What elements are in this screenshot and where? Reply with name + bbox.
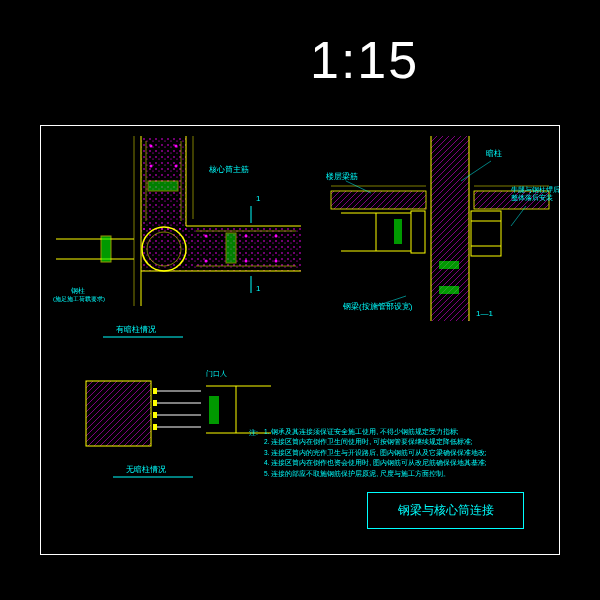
label-steel-beam: 钢梁(按施管部设宽) <box>343 301 412 312</box>
svg-rect-51 <box>439 286 459 294</box>
section-marker-top: 1 <box>256 194 260 203</box>
svg-rect-45 <box>411 211 425 253</box>
title-underline <box>113 476 193 478</box>
label-floor-beam: 楼层梁筋 <box>326 171 358 182</box>
svg-point-27 <box>275 235 278 238</box>
svg-point-25 <box>245 235 248 238</box>
svg-rect-38 <box>331 191 426 209</box>
svg-point-20 <box>175 145 178 148</box>
svg-point-23 <box>205 235 208 238</box>
notes-heading: 注: <box>249 427 258 438</box>
label-connection: 牛腿与钢柱焊后整体落后安装 <box>511 186 560 203</box>
note-4: 4. 连接区筒内在倒作也资会使用时, 图内钢筋可从改尼筋确保保地其基准; <box>264 458 524 468</box>
scale-ratio: 1:15 <box>310 30 419 90</box>
drawing-title-box: 钢梁与核心筒连接 <box>367 492 524 529</box>
section-view: 1—1 <box>316 131 556 326</box>
note-2: 2. 连接区筒内在倒作卫生间使用时, 可按钢管要保继续规定降低标准; <box>264 437 524 447</box>
svg-rect-65 <box>209 396 219 424</box>
label-core-wall: 核心筒主筋 <box>209 164 249 175</box>
svg-rect-49 <box>394 219 402 244</box>
label-embeds: 暗柱 <box>486 148 502 159</box>
svg-point-28 <box>275 260 278 263</box>
svg-rect-66 <box>153 388 157 394</box>
plan-view-no-column <box>71 361 281 471</box>
section-marker-bottom: 1 <box>256 284 260 293</box>
svg-rect-68 <box>153 412 157 418</box>
svg-rect-50 <box>439 261 459 269</box>
svg-rect-57 <box>86 381 151 446</box>
drawing-notes: 注: 1. 钢承及其连接须保证安全施工使用, 不得少钢筋规定受力指标; 2. 连… <box>264 427 524 479</box>
svg-rect-18 <box>226 233 236 263</box>
svg-rect-4 <box>141 226 301 271</box>
note-5: 5. 连接的部应不取施钢筋保护层原泥, 尺度与施工方面控制。 <box>264 469 524 479</box>
label-plan-title: 有暗柱情况 <box>116 324 156 335</box>
svg-text:1—1: 1—1 <box>476 309 493 318</box>
label-plan-title2: 无暗柱情况 <box>126 464 166 475</box>
svg-point-19 <box>150 145 153 148</box>
svg-point-26 <box>245 260 248 263</box>
svg-rect-17 <box>148 181 178 191</box>
note-1: 1. 钢承及其连接须保证安全施工使用, 不得少钢筋规定受力指标; <box>264 427 524 437</box>
svg-point-22 <box>175 165 178 168</box>
note-3: 3. 连接区筒内的完作卫生与开设路后, 图内钢筋可从及它梁确保保准地改; <box>264 448 524 458</box>
drawing-border: 1 1 核心筒主筋 钢柱 (施足施工荷载要求) 有暗柱情况 <box>40 125 560 555</box>
svg-rect-46 <box>471 211 501 256</box>
label-steel-column-note: (施足施工荷载要求) <box>53 295 105 304</box>
svg-point-24 <box>205 260 208 263</box>
label-rebar: 门口人 <box>206 369 227 379</box>
title-underline-1 <box>103 336 183 338</box>
drawing-title: 钢梁与核心筒连接 <box>398 502 494 519</box>
svg-rect-67 <box>153 400 157 406</box>
svg-rect-15 <box>101 236 111 262</box>
svg-rect-69 <box>153 424 157 430</box>
svg-point-21 <box>150 165 153 168</box>
